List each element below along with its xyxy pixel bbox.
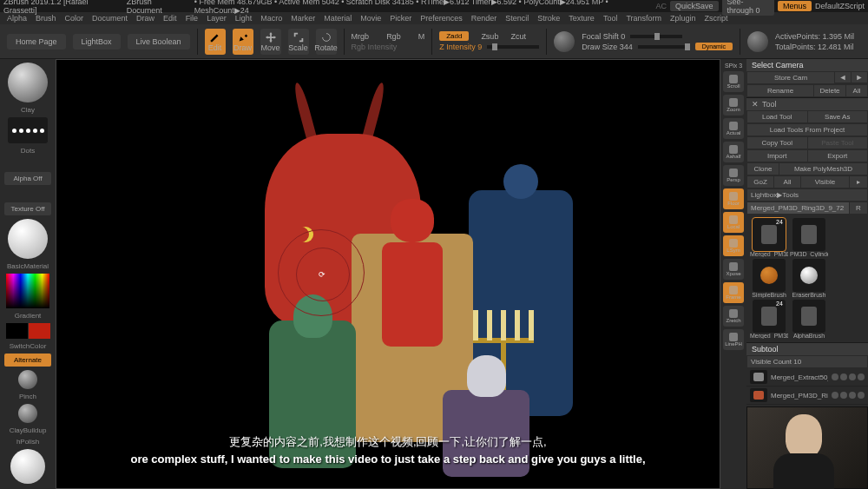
focal-shift-slider[interactable] bbox=[630, 35, 682, 38]
menu-render[interactable]: Render bbox=[468, 14, 501, 23]
menu-transform[interactable]: Transform bbox=[622, 14, 665, 23]
switchcolor-button[interactable]: SwitchColor bbox=[10, 342, 47, 350]
subtool-row-1[interactable]: Merged_PM3D_Ring3D_4 bbox=[746, 387, 868, 405]
pinch-brush[interactable] bbox=[18, 370, 37, 389]
visible-count-label[interactable]: Visible Count 10 bbox=[747, 356, 867, 367]
tool-r-button[interactable]: R bbox=[850, 202, 867, 214]
zcut-button[interactable]: Zcut bbox=[510, 32, 526, 41]
tool-thumb-5[interactable]: AlphaBrush bbox=[790, 300, 828, 339]
menu-draw[interactable]: Draw bbox=[133, 14, 158, 23]
menu-macro[interactable]: Macro bbox=[257, 14, 286, 23]
alpha-off-button[interactable]: Alpha Off bbox=[4, 172, 51, 185]
edit-button[interactable]: Edit bbox=[205, 29, 226, 55]
lsym-button[interactable]: LSym bbox=[723, 235, 744, 256]
move-button[interactable]: Move bbox=[260, 29, 281, 55]
zoom-button[interactable]: Zoom bbox=[723, 95, 744, 116]
menu-texture[interactable]: Texture bbox=[565, 14, 598, 23]
menu-picker[interactable]: Picker bbox=[386, 14, 415, 23]
gradient-label[interactable]: Gradient bbox=[15, 312, 42, 320]
export-button[interactable]: Export bbox=[808, 150, 868, 162]
focal-shift-label[interactable]: Focal Shift 0 bbox=[582, 32, 625, 41]
draw-button[interactable]: Draw bbox=[233, 29, 253, 55]
stroke-dots[interactable] bbox=[8, 117, 48, 143]
defaultzscript-label[interactable]: DefaultZScript bbox=[815, 2, 865, 10]
dynamic-button[interactable]: Dynamic bbox=[695, 43, 733, 50]
tool-thumb-4[interactable]: 24Merged_PM3D_F bbox=[750, 300, 788, 339]
swatch-red[interactable] bbox=[29, 323, 50, 339]
goz-visible-button[interactable]: Visible bbox=[801, 176, 849, 188]
menu-color[interactable]: Color bbox=[62, 14, 88, 23]
color-picker[interactable] bbox=[6, 274, 49, 308]
menu-tool[interactable]: Tool bbox=[600, 14, 621, 23]
floor-button[interactable]: Floor bbox=[723, 188, 744, 209]
local-button[interactable]: Local bbox=[723, 212, 744, 233]
next-cam-button[interactable]: ► bbox=[852, 72, 867, 83]
current-tool-name[interactable]: Merged_PM3D_Ring3D_9_72 bbox=[747, 202, 849, 214]
draw-size-slider[interactable] bbox=[638, 45, 690, 49]
m-button[interactable]: M bbox=[418, 32, 425, 41]
goz-extra-button[interactable]: ▸ bbox=[850, 176, 867, 188]
clone-button[interactable]: Clone bbox=[747, 163, 779, 175]
tool-thumb-3[interactable]: EraserBrush bbox=[790, 259, 828, 298]
menu-light[interactable]: Light bbox=[232, 14, 256, 23]
paste-tool-button[interactable]: Paste Tool bbox=[808, 137, 868, 149]
menus-button[interactable]: Menus bbox=[778, 1, 812, 11]
expand-icon[interactable]: ✕ bbox=[752, 100, 759, 109]
zretch-button[interactable]: Zretch bbox=[723, 306, 744, 327]
draw-size-label[interactable]: Draw Size 344 bbox=[582, 43, 633, 51]
xpose-button[interactable]: Xpose bbox=[723, 259, 744, 280]
claybuildup-brush[interactable] bbox=[18, 404, 37, 423]
lineph-button[interactable]: LinePH bbox=[723, 329, 744, 350]
mrgb-button[interactable]: Mrgb bbox=[352, 32, 370, 41]
persp-button[interactable]: Persp bbox=[723, 165, 744, 186]
menu-document[interactable]: Document bbox=[89, 14, 131, 23]
goz-all-button[interactable]: All bbox=[774, 176, 800, 188]
subtool-row-0[interactable]: Merged_Extract50_01 bbox=[746, 368, 868, 387]
prev-cam-button[interactable]: ◄ bbox=[835, 72, 851, 83]
makepolymesh-button[interactable]: Make PolyMesh3D bbox=[779, 163, 867, 175]
alternate-button[interactable]: Alternate bbox=[4, 354, 51, 367]
menu-brush[interactable]: Brush bbox=[32, 14, 60, 23]
menu-zscript[interactable]: Zscript bbox=[701, 14, 732, 23]
menu-material[interactable]: Material bbox=[320, 14, 355, 23]
lightbox-button[interactable]: LightBox bbox=[73, 34, 121, 50]
menu-layer[interactable]: Layer bbox=[203, 14, 230, 23]
import-button[interactable]: Import bbox=[747, 150, 807, 162]
menu-movie[interactable]: Movie bbox=[357, 14, 385, 23]
swatch-black[interactable] bbox=[6, 323, 28, 339]
goz-button[interactable]: GoZ bbox=[747, 176, 773, 188]
scroll-button[interactable]: Scroll bbox=[723, 71, 744, 92]
aahalf-button[interactable]: Aahalf bbox=[723, 142, 744, 162]
zadd-button[interactable]: Zadd bbox=[439, 31, 469, 41]
actual-button[interactable]: Actual bbox=[723, 118, 744, 139]
texture-off-button[interactable]: Texture Off bbox=[4, 202, 51, 215]
menu-stroke[interactable]: Stroke bbox=[534, 14, 563, 23]
bottom-sphere[interactable] bbox=[10, 449, 45, 484]
delete-cam-button[interactable]: Delete bbox=[814, 85, 845, 96]
menu-file[interactable]: File bbox=[182, 14, 202, 23]
tool-thumb-2[interactable]: SimpleBrush bbox=[750, 259, 788, 298]
menu-marker[interactable]: Marker bbox=[287, 14, 319, 23]
frame-button[interactable]: Frame bbox=[723, 282, 744, 303]
z-intensity-label[interactable]: Z Intensity 9 bbox=[439, 43, 482, 51]
store-cam-button[interactable]: Store Cam bbox=[747, 72, 834, 83]
viewport-canvas[interactable]: ⟳ 更复杂的内容之前,我想制作这个视频,回顾一下,让你们了解一点, ore co… bbox=[56, 59, 720, 489]
zsub-button[interactable]: Zsub bbox=[481, 32, 498, 41]
all-cam-button[interactable]: All bbox=[846, 85, 867, 96]
liveboolean-button[interactable]: Live Boolean bbox=[128, 34, 190, 50]
rename-cam-button[interactable]: Rename bbox=[747, 85, 813, 96]
brush-sphere[interactable] bbox=[8, 63, 48, 102]
menu-preferences[interactable]: Preferences bbox=[417, 14, 466, 23]
load-project-button[interactable]: Load Tools From Project bbox=[747, 124, 867, 135]
tool-thumb-1[interactable]: PM3D_Cylinder3 bbox=[790, 218, 828, 257]
menu-stencil[interactable]: Stencil bbox=[502, 14, 532, 23]
rotate-button[interactable]: Rotate bbox=[316, 29, 337, 55]
rgb-button[interactable]: Rgb bbox=[386, 32, 401, 41]
menu-zplugin[interactable]: Zplugin bbox=[667, 14, 700, 23]
spix-label[interactable]: SPix 3 bbox=[725, 63, 742, 69]
menu-alpha[interactable]: Alpha bbox=[3, 14, 30, 23]
lightbox-tools-button[interactable]: Lightbox▶Tools bbox=[747, 189, 867, 201]
copy-tool-button[interactable]: Copy Tool bbox=[747, 137, 807, 149]
tool-thumb-0[interactable]: 24Merged_PM3D_F bbox=[750, 218, 788, 257]
load-tool-button[interactable]: Load Tool bbox=[747, 111, 807, 122]
